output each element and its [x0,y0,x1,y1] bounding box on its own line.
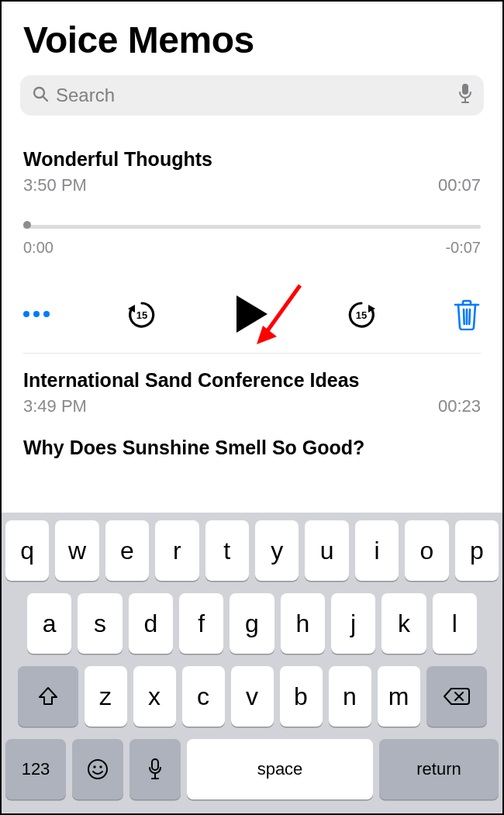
memo-item[interactable]: Why Does Sunshine Smell So Good? [2,421,502,459]
shift-icon [37,685,59,707]
backspace-icon [444,687,470,706]
dictation-icon[interactable] [457,83,473,108]
key-e[interactable]: e [105,520,149,581]
key-s[interactable]: s [78,593,122,654]
key-i[interactable]: i [355,520,399,581]
key-emoji[interactable] [72,739,123,799]
key-p[interactable]: p [455,520,499,581]
memo-title: International Sand Conference Ideas [23,369,481,392]
keyboard-row-3: z x c v b n m [5,666,499,727]
key-a[interactable]: a [27,593,71,654]
emoji-icon [86,758,109,781]
playback-scrubber[interactable] [23,223,481,230]
memo-timestamp: 3:49 PM [23,396,87,416]
page-title: Voice Memos [2,2,502,71]
skip-back-15-button[interactable]: 15 [126,298,158,330]
svg-line-11 [464,309,464,324]
key-j[interactable]: j [331,593,375,654]
key-l[interactable]: l [433,593,477,654]
microphone-icon [147,758,163,781]
search-input[interactable]: Search [20,75,484,116]
key-c[interactable]: c [182,666,225,727]
search-icon [31,85,50,106]
memo-title: Why Does Sunshine Smell So Good? [23,437,481,459]
memo-item-selected[interactable]: Wonderful Thoughts 3:50 PM 00:07 [2,137,502,195]
key-h[interactable]: h [281,593,325,654]
keyboard-row-2: a s d f g h j k l [5,593,499,654]
keyboard-row-1: q w e r t y u i o p [5,520,499,581]
svg-point-19 [93,765,95,768]
key-space[interactable]: space [187,739,373,799]
memo-duration: 00:23 [438,396,481,416]
svg-text:15: 15 [355,309,366,321]
key-w[interactable]: w [55,520,98,581]
key-dictation[interactable] [129,739,181,799]
keyboard-row-4: 123 space return [5,739,499,799]
memo-timestamp: 3:50 PM [23,175,87,195]
svg-text:15: 15 [136,309,147,321]
key-k[interactable]: k [381,593,426,654]
key-f[interactable]: f [179,593,223,654]
scrubber-knob[interactable] [23,221,31,229]
svg-line-13 [469,309,470,324]
key-g[interactable]: g [230,593,274,654]
memo-title[interactable]: Wonderful Thoughts [23,148,481,171]
key-d[interactable]: d [129,593,173,654]
key-t[interactable]: t [205,520,249,581]
delete-button[interactable] [453,298,481,330]
svg-point-18 [88,760,107,779]
key-r[interactable]: r [155,520,198,581]
key-q[interactable]: q [5,520,49,581]
key-shift[interactable] [18,666,78,727]
key-u[interactable]: u [305,520,348,581]
memo-item[interactable]: International Sand Conference Ideas 3:49… [2,354,502,421]
svg-marker-7 [236,295,268,333]
svg-line-1 [43,97,48,102]
keyboard[interactable]: q w e r t y u i o p a s d f g h j k l z … [2,513,502,813]
key-z[interactable]: z [85,666,127,727]
svg-rect-21 [152,759,158,770]
memo-duration: 00:07 [438,175,481,195]
skip-forward-15-button[interactable]: 15 [345,298,378,330]
svg-point-20 [99,765,102,768]
scrubber-remaining: -0:07 [445,239,481,257]
key-m[interactable]: m [378,666,420,727]
key-n[interactable]: n [329,666,371,727]
key-y[interactable]: y [255,520,299,581]
key-numbers[interactable]: 123 [5,739,66,799]
scrubber-position: 0:00 [23,239,54,257]
more-options-button[interactable] [23,311,50,317]
play-button[interactable] [233,294,269,334]
key-x[interactable]: x [133,666,176,727]
key-o[interactable]: o [405,520,448,581]
key-return[interactable]: return [379,739,499,799]
svg-rect-2 [462,84,468,95]
search-placeholder: Search [56,85,451,106]
key-v[interactable]: v [231,666,274,727]
key-backspace[interactable] [426,666,487,727]
key-b[interactable]: b [280,666,323,727]
